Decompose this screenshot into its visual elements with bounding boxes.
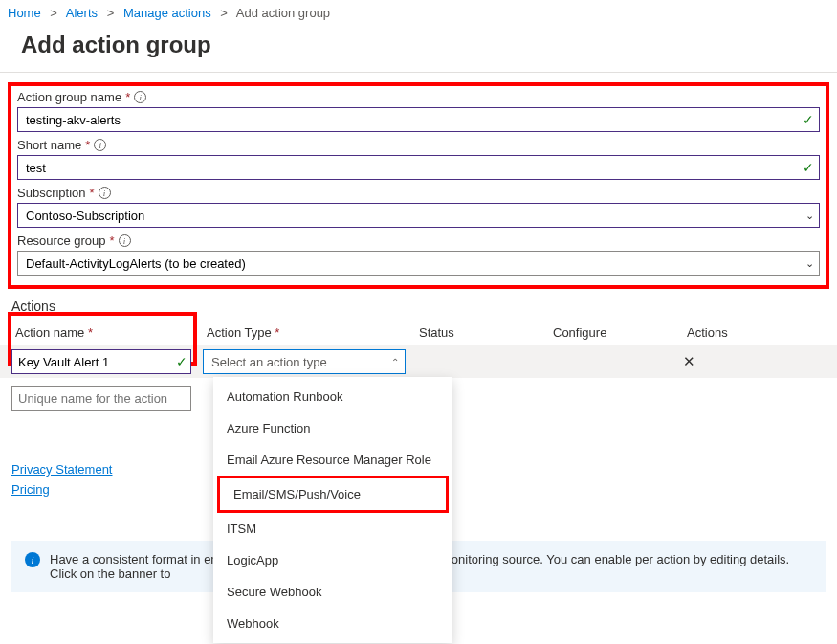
- required-mark: *: [275, 325, 279, 340]
- col-action-name: Action name: [15, 325, 84, 340]
- col-actions: Actions: [683, 320, 826, 345]
- action-name-input-new[interactable]: [11, 386, 191, 411]
- required-mark: *: [88, 325, 93, 340]
- info-icon[interactable]: i: [134, 91, 146, 103]
- resource-group-label: Resource group: [17, 233, 106, 248]
- short-name-label: Short name: [17, 138, 81, 152]
- action-name-input[interactable]: [11, 349, 191, 374]
- highlight-box-fields: Action group name * i ✓ Short name * i ✓: [8, 82, 829, 289]
- chevron-right-icon: >: [107, 6, 115, 20]
- checkmark-icon: ✓: [803, 112, 814, 127]
- short-name-input[interactable]: [17, 155, 820, 180]
- required-mark: *: [125, 90, 130, 104]
- breadcrumb-home[interactable]: Home: [8, 6, 41, 20]
- resource-group-select[interactable]: [17, 251, 820, 276]
- actions-heading: Actions: [0, 295, 837, 320]
- chevron-up-icon: ⌃: [391, 357, 399, 367]
- checkmark-icon: ✓: [176, 354, 187, 369]
- dropdown-item-secure-webhook[interactable]: Secure Webhook: [213, 576, 452, 592]
- info-icon[interactable]: i: [94, 139, 106, 151]
- required-mark: *: [85, 138, 90, 152]
- info-icon[interactable]: i: [119, 234, 131, 247]
- dropdown-item-itsm[interactable]: ITSM: [213, 513, 452, 544]
- col-action-type: Action Type: [207, 325, 272, 340]
- dropdown-item-email-sms-push-voice[interactable]: Email/SMS/Push/Voice: [217, 476, 449, 513]
- dropdown-item-email-arm-role[interactable]: Email Azure Resource Manager Role: [213, 444, 452, 476]
- divider: [0, 72, 837, 73]
- action-type-select[interactable]: Select an action type ⌃: [203, 349, 406, 374]
- required-mark: *: [90, 186, 95, 200]
- col-configure: Configure: [549, 320, 683, 345]
- breadcrumb-current: Add action group: [236, 6, 330, 20]
- dropdown-item-azure-function[interactable]: Azure Function: [213, 412, 452, 444]
- chevron-right-icon: >: [50, 6, 57, 20]
- breadcrumb-manage-actions[interactable]: Manage actions: [123, 6, 211, 20]
- checkmark-icon: ✓: [803, 160, 814, 175]
- dropdown-item-automation-runbook[interactable]: Automation Runbook: [213, 381, 452, 412]
- info-icon[interactable]: i: [99, 187, 111, 199]
- action-group-name-label: Action group name: [17, 90, 121, 104]
- chevron-right-icon: >: [220, 6, 228, 20]
- action-type-dropdown: Automation Runbook Azure Function Email …: [213, 377, 452, 592]
- page-title: Add action group: [0, 26, 837, 72]
- required-mark: *: [110, 233, 115, 248]
- dropdown-item-logicapp[interactable]: LogicApp: [213, 544, 452, 576]
- info-icon: i: [25, 552, 40, 567]
- action-type-placeholder: Select an action type: [211, 355, 327, 369]
- breadcrumb-alerts[interactable]: Alerts: [66, 6, 98, 20]
- subscription-select[interactable]: [17, 203, 820, 228]
- delete-row-button[interactable]: ✕: [683, 353, 695, 369]
- breadcrumb: Home > Alerts > Manage actions > Add act…: [0, 0, 837, 26]
- action-group-name-input[interactable]: [17, 107, 820, 132]
- col-status: Status: [415, 320, 549, 345]
- subscription-label: Subscription: [17, 186, 86, 200]
